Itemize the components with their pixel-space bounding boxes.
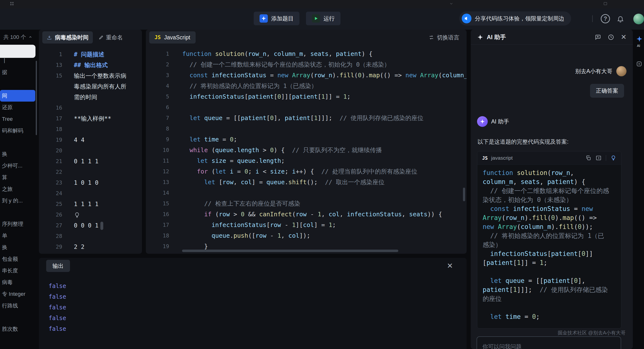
problem-tab[interactable]: 病毒感染时间: [42, 31, 93, 44]
sidebar-item[interactable]: 算: [0, 172, 35, 183]
plugin-rail-icon[interactable]: [636, 61, 642, 67]
sidebar-item[interactable]: Tree: [0, 113, 35, 125]
language-tab[interactable]: JS JavaScript: [149, 31, 196, 44]
line-number: 13: [146, 177, 169, 188]
plus-icon: +: [260, 14, 268, 22]
code-line-text: [182, 124, 186, 134]
code-line-text: [182, 102, 186, 113]
code-line: 8: [146, 124, 466, 134]
output-content: falsefalsefalsefalsefalse: [39, 274, 466, 334]
code-line-text: // 创建一个二维数组来标记每个座位的感染状态，初始化为 0（未感染）: [182, 59, 390, 70]
sidebar-item[interactable]: 少种可...: [0, 160, 35, 172]
import-icon: [47, 35, 52, 40]
sidebar-item[interactable]: 换: [0, 148, 35, 160]
switch-language-button[interactable]: 切换语言: [429, 34, 459, 41]
line-number: 26: [39, 210, 62, 220]
user-avatar[interactable]: [633, 14, 644, 24]
problem-editor[interactable]: 1# 问题描述13## 输出格式15输出一个整数表示病毒感染屋内所有人所需的时间…: [39, 45, 142, 254]
sidebar-item[interactable]: 到 y 的...: [0, 195, 35, 206]
sidebar-item[interactable]: 单: [0, 230, 35, 242]
question-count-label: 共 100 个: [4, 34, 26, 41]
chevron-up-icon[interactable]: [28, 35, 32, 39]
add-question-button[interactable]: + 添加题目: [254, 12, 300, 25]
sidebar-item[interactable]: 还原: [0, 102, 35, 113]
megaphone-icon: [462, 14, 472, 23]
new-chat-icon[interactable]: [595, 34, 601, 40]
history-icon[interactable]: [608, 34, 614, 40]
code-line: 16 if (row > 0 && canInfect(row - 1, col…: [146, 209, 466, 220]
chevron-down-icon[interactable]: [449, 2, 454, 6]
sidebar-item[interactable]: 间: [0, 90, 35, 102]
problem-line-text: 0 0 0 1: [74, 220, 103, 231]
problem-line: 13## 输出格式: [39, 60, 142, 70]
window-icon[interactable]: [603, 2, 608, 6]
rename-button[interactable]: 重命名: [99, 34, 123, 41]
output-line: false: [48, 313, 466, 324]
ai-chat-input[interactable]: [476, 336, 621, 349]
line-number: 7: [146, 113, 169, 124]
grid-icon[interactable]: [10, 2, 14, 6]
line-number: 16: [146, 209, 169, 220]
insert-code-icon[interactable]: [596, 155, 602, 161]
line-number: 25: [39, 199, 62, 210]
sidebar-item[interactable]: 据: [0, 66, 35, 78]
sidebar-item[interactable]: 码和解码: [0, 125, 35, 136]
problem-line-text: 2 2: [74, 242, 84, 252]
sidebar-item[interactable]: 专 Integer: [0, 288, 35, 300]
sidebar-item[interactable]: [0, 136, 35, 148]
sidebar-item[interactable]: 包金额: [0, 253, 35, 265]
help-icon[interactable]: ?: [601, 14, 610, 23]
output-tab[interactable]: 输出: [46, 260, 70, 272]
sidebar-item[interactable]: 换: [0, 242, 35, 253]
line-number: 29: [39, 242, 62, 252]
line-number: 21: [39, 156, 62, 167]
code-line-text: let size = queue.length;: [182, 156, 285, 166]
line-number: 18: [146, 230, 169, 241]
sidebar-item[interactable]: 串长度: [0, 265, 35, 276]
editor-horizontal-scrollbar[interactable]: [182, 250, 398, 252]
problem-line-text: 1 1 1 1: [74, 199, 98, 210]
hint-bulb-icon[interactable]: [610, 155, 616, 161]
code-line-text: infectionStatus[patient[0]][patient[1]] …: [182, 92, 351, 102]
close-icon[interactable]: ✕: [447, 262, 453, 270]
code-line-text: infectionStatus[row - 1][col] = 1;: [182, 220, 336, 230]
sidebar-list: 丨据间还原Tree码和解码换少种可...算之旅到 y 的...序列整理单换包金额…: [0, 55, 35, 349]
sidebar-item[interactable]: 丨: [0, 55, 35, 66]
sidebar-item[interactable]: 病毒: [0, 276, 35, 288]
user-message-row: 别去A小有大哥: [575, 66, 626, 76]
copy-icon[interactable]: [586, 155, 591, 161]
code-editor[interactable]: 1function solution(row_n, column_m, seat…: [146, 45, 466, 254]
sidebar-item[interactable]: 盟: [0, 346, 35, 349]
code-line-text: // 检查上下左右的座位是否可感染: [182, 198, 300, 209]
run-button[interactable]: 运行: [306, 12, 340, 25]
line-number: 2: [146, 59, 169, 70]
language-tab-label: JavaScript: [164, 34, 190, 41]
chat-user-name: 别去A小有大哥: [575, 68, 612, 75]
promo-banner[interactable]: 分享代码练习体验，领限量定制周边: [459, 12, 571, 26]
pencil-icon: [99, 35, 104, 40]
lightbulb-icon[interactable]: [74, 212, 80, 218]
sidebar-item[interactable]: [0, 335, 35, 346]
rename-label: 重命名: [106, 34, 123, 41]
editor-vertical-scrollbar[interactable]: [463, 188, 465, 201]
sidebar-item[interactable]: 之旅: [0, 183, 35, 195]
sidebar-scrollbar[interactable]: [36, 61, 37, 135]
bell-icon[interactable]: [617, 15, 624, 22]
sidebar-item[interactable]: [0, 78, 35, 90]
os-topbar: [0, 0, 644, 8]
sidebar-item[interactable]: 行路线: [0, 300, 35, 312]
code-line: 18 queue.push([row - 1, col]);: [146, 230, 466, 241]
line-number: 1: [39, 49, 62, 60]
code-line: 10 while (queue.length > 0) { // 只要队列不为空…: [146, 145, 466, 156]
sidebar-item[interactable]: 胜次数: [0, 323, 35, 335]
sidebar-item[interactable]: [0, 206, 35, 218]
ai-rail-icon[interactable]: [636, 36, 643, 42]
ai-code-block: JS javascript function solution(row_n, c…: [477, 151, 622, 328]
ai-panel-header: AI 助手 ✕: [471, 30, 633, 45]
swap-icon: [429, 35, 434, 40]
sidebar-item[interactable]: [0, 312, 35, 323]
close-icon[interactable]: ✕: [621, 34, 626, 40]
sidebar-item[interactable]: 序列整理: [0, 218, 35, 230]
ai-rail-label: AI: [637, 44, 640, 48]
problem-line: 22: [39, 167, 142, 178]
